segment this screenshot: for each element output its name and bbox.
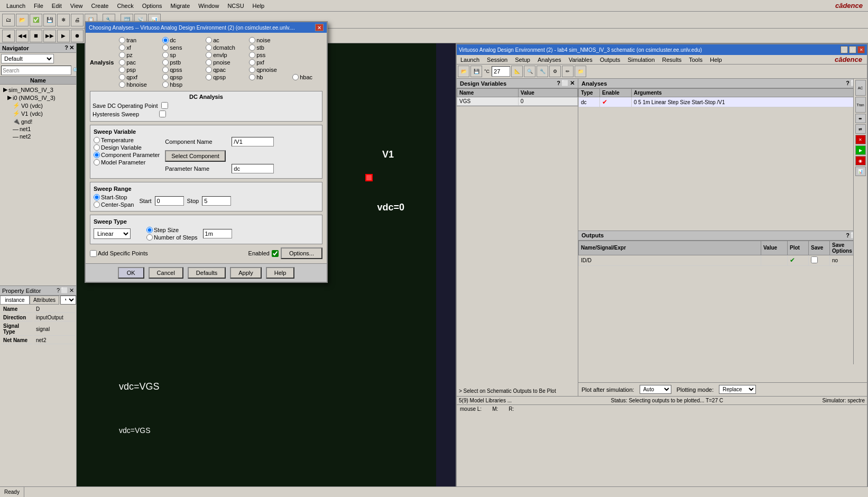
radio-envlp[interactable]: envlp	[206, 52, 248, 58]
ade-maximize-btn[interactable]: □	[849, 46, 856, 53]
radio-qpss[interactable]: qpss	[162, 67, 205, 73]
menu-view[interactable]: View	[66, 2, 87, 10]
radio-pac[interactable]: pac	[119, 59, 161, 66]
sv-comp-param[interactable]: Component Parameter	[94, 152, 160, 158]
ade-menu-tools[interactable]: Tools	[686, 56, 706, 63]
radio-qpsp[interactable]: qpsp	[162, 74, 205, 80]
dv-close-icon[interactable]: ✕	[570, 80, 575, 87]
menu-create[interactable]: Create	[87, 2, 113, 10]
ade-toolbar-btn3[interactable]: 📐	[511, 66, 523, 77]
output-row-1[interactable]: ID/D ✔ no	[579, 255, 867, 265]
outputs-help-icon[interactable]: ?	[846, 232, 849, 239]
cancel-btn[interactable]: Cancel	[149, 267, 183, 279]
radio-pss[interactable]: pss	[249, 52, 291, 58]
help-btn[interactable]: Help	[266, 267, 295, 279]
step-value-input[interactable]	[203, 229, 232, 238]
toolbar-btn-3[interactable]: ✅	[30, 14, 42, 26]
ade-menu-session[interactable]: Session	[484, 56, 511, 63]
radio-qpnoise[interactable]: qpnoise	[249, 67, 291, 73]
ade-sidebar-btn-play[interactable]: ▶	[855, 145, 866, 155]
menu-launch[interactable]: Launch	[2, 2, 30, 10]
ade-menu-analyses[interactable]: Analyses	[534, 56, 565, 63]
dialog-close-btn[interactable]: ✕	[315, 24, 324, 31]
ade-menu-help[interactable]: Help	[707, 56, 725, 63]
toolbar2-btn-3[interactable]: ⏹	[30, 30, 42, 42]
prop-close-icon[interactable]: ✕	[69, 287, 74, 294]
tree-item-v0[interactable]: ⚡ V0 (vdc)	[1, 102, 75, 109]
radio-dcmatch[interactable]: dcmatch	[206, 44, 248, 51]
component-name-input[interactable]	[232, 137, 274, 146]
toolbar-btn-2[interactable]: 📂	[16, 14, 29, 26]
radio-hbsp[interactable]: hbsp	[162, 81, 205, 88]
menu-file[interactable]: File	[30, 2, 48, 10]
analyses-row-1[interactable]: dc ✔ 0 5 1m Linear Step Size Start-Stop …	[579, 97, 867, 107]
ade-menu-variables[interactable]: Variables	[566, 56, 596, 63]
tree-item-v1[interactable]: ⚡ V1 (vdc)	[1, 109, 75, 117]
defaults-btn[interactable]: Defaults	[188, 267, 226, 279]
tree-item-gnd[interactable]: 🔌 gnd!	[1, 117, 75, 125]
radio-stb[interactable]: stb	[249, 44, 291, 51]
tree-item-net1[interactable]: — net1	[1, 125, 75, 133]
search-input[interactable]	[1, 66, 71, 75]
ade-toolbar-btn5[interactable]: 🔧	[537, 66, 548, 77]
toolbar2-btn-6[interactable]: ⏺	[71, 30, 84, 42]
ade-toolbar-btn6[interactable]: ⚙	[549, 66, 561, 77]
options-btn[interactable]: Options...	[281, 247, 322, 259]
prop-help-icon[interactable]: ?	[57, 287, 60, 294]
ade-sidebar-btn-red-circle[interactable]: ◉	[855, 156, 866, 165]
radio-pxf[interactable]: pxf	[249, 59, 291, 66]
radio-qpsp2[interactable]: qpsp	[206, 74, 248, 80]
prop-tab-attributes[interactable]: Attributes	[30, 296, 59, 305]
ade-toolbar-btn8[interactable]: 📁	[575, 66, 586, 77]
radio-qpxf[interactable]: qpxf	[119, 74, 161, 80]
ade-sidebar-btn-chart[interactable]: 📊	[855, 167, 866, 176]
sv-temperature[interactable]: Temperature	[94, 137, 160, 143]
ade-close-btn[interactable]: ✕	[857, 46, 865, 53]
sr-center-span[interactable]: Center-Span	[94, 201, 134, 208]
toolbar-btn-6[interactable]: 🖨	[71, 14, 84, 26]
apply-btn[interactable]: Apply	[230, 267, 262, 279]
radio-pstb[interactable]: pstb	[162, 59, 205, 66]
tree-item-sim[interactable]: ▶ sim_NMOS_IV_3	[1, 86, 75, 94]
menu-edit[interactable]: Edit	[48, 2, 66, 10]
analyses-help-icon[interactable]: ?	[846, 80, 849, 87]
st-step-size[interactable]: Step Size	[146, 227, 198, 233]
menu-window[interactable]: Window	[194, 2, 223, 10]
enabled-checkbox[interactable]	[272, 250, 279, 257]
radio-pz[interactable]: pz	[119, 52, 161, 58]
ade-toolbar-btn1[interactable]: 📂	[458, 66, 469, 77]
out-plot-checkbox[interactable]: ✔	[790, 256, 795, 264]
toolbar2-btn-4[interactable]: ▶▶	[43, 30, 56, 42]
radio-xf[interactable]: xf	[119, 44, 161, 51]
radio-hb[interactable]: hb	[249, 74, 291, 80]
dv-row-1[interactable]: VGS 0	[457, 97, 578, 106]
menu-options[interactable]: Options	[138, 2, 167, 10]
toolbar2-btn-2[interactable]: ◀◀	[16, 30, 29, 42]
sv-model-param[interactable]: Model Parameter	[94, 159, 160, 165]
radio-pnoise[interactable]: pnoise	[206, 59, 248, 66]
radio-psp[interactable]: psp	[119, 67, 161, 73]
stop-value-input[interactable]	[202, 196, 231, 206]
sr-start-stop[interactable]: Start-Stop	[94, 194, 134, 200]
sv-design-var[interactable]: Design Variable	[94, 144, 160, 151]
sweep-type-select[interactable]: Linear	[94, 228, 131, 239]
select-component-btn[interactable]: Select Component	[165, 150, 226, 162]
radio-sp[interactable]: sp	[162, 52, 205, 58]
toolbar-btn-5[interactable]: ❄	[57, 14, 70, 26]
menu-help[interactable]: Help	[248, 2, 269, 10]
prop-restore-icon[interactable]: ⬜	[61, 287, 68, 294]
menu-ncsu[interactable]: NCSU	[223, 2, 248, 10]
save-dc-op-checkbox[interactable]	[161, 102, 168, 109]
toolbar2-btn-1[interactable]: ◀	[2, 30, 15, 42]
navigator-dropdown[interactable]: Default	[1, 54, 54, 63]
ade-toolbar-btn4[interactable]: 🔍	[524, 66, 535, 77]
radio-noise[interactable]: noise	[249, 37, 291, 43]
radio-ac[interactable]: ac	[206, 37, 248, 43]
menu-check[interactable]: Check	[113, 2, 137, 10]
nav-help-icon[interactable]: ?	[64, 44, 68, 51]
st-num-steps[interactable]: Number of Steps	[146, 234, 198, 241]
hysteresis-sweep-checkbox[interactable]	[159, 111, 166, 117]
ade-toolbar-btn7[interactable]: ✏	[562, 66, 574, 77]
prop-tab-instance[interactable]: instance	[0, 296, 30, 305]
toolbar-btn-1[interactable]: 🗂	[2, 14, 15, 26]
